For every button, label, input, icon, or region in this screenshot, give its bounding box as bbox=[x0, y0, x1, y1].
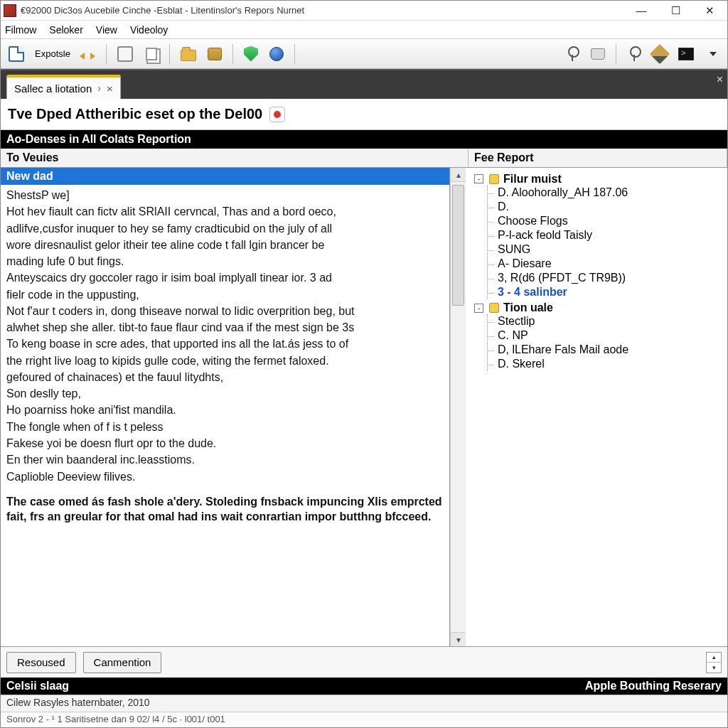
tree-group-label: Tion uale bbox=[503, 301, 553, 314]
tree-item[interactable]: P-l-ack feold Taisly bbox=[495, 228, 723, 242]
globe-icon bbox=[269, 47, 284, 61]
column-header-right: Fee Report bbox=[469, 149, 727, 167]
command-bar: Resoused Canmention ▴ ▾ bbox=[1, 646, 727, 678]
record-icon bbox=[269, 107, 285, 122]
column-header-left: To Veuies bbox=[1, 149, 469, 167]
copy-icon bbox=[146, 48, 157, 60]
toolbar-separator bbox=[169, 44, 170, 64]
folder-icon bbox=[181, 50, 196, 61]
export-label: Expotsle bbox=[35, 48, 70, 59]
left-pane: New dad ShestsP we] Hot hev fiault can f… bbox=[1, 168, 450, 646]
tab-strip: Sallec a liotation › × × bbox=[1, 69, 727, 99]
scroll-down-icon[interactable]: ▾ bbox=[451, 632, 466, 646]
tree-item[interactable]: C. NP bbox=[495, 328, 723, 343]
footer-left: Celsii slaag bbox=[6, 680, 69, 692]
tree-item[interactable]: SUNG bbox=[495, 242, 723, 257]
section-header: Ao-Denses in All Colats Reportion bbox=[1, 130, 727, 149]
records-button[interactable] bbox=[204, 43, 225, 65]
more-dropdown[interactable] bbox=[702, 43, 723, 65]
chevron-right-icon: › bbox=[97, 82, 101, 94]
menu-item[interactable]: Seloker bbox=[49, 24, 82, 36]
main-split: New dad ShestsP we] Hot hev fiault can f… bbox=[1, 168, 727, 646]
new-file-button[interactable] bbox=[5, 43, 28, 65]
body-line: alwhet shep she aller. tibt-to faue flau… bbox=[6, 320, 444, 335]
tree-group[interactable]: -Filur muist D. Aloohorally_AH 187.06 D.… bbox=[471, 171, 723, 300]
canmention-button[interactable]: Canmention bbox=[83, 652, 162, 673]
title-bar: €92000 Dic3os Aucebile Cinche -Esblat - … bbox=[1, 1, 727, 21]
body-summary: The case omed ás fash shole a'dery. Stol… bbox=[6, 494, 444, 525]
body-line: Fakese yoi be doesn flurt opr to the dud… bbox=[6, 436, 444, 451]
pin2-button[interactable] bbox=[623, 43, 645, 65]
body-line: ShestsP we] bbox=[6, 188, 444, 203]
edit-button[interactable] bbox=[649, 43, 670, 65]
file-icon bbox=[9, 46, 24, 62]
tabstrip-close-icon[interactable]: × bbox=[717, 73, 723, 86]
collapse-icon[interactable]: - bbox=[474, 174, 483, 183]
tree-group-label: Filur muist bbox=[503, 173, 562, 186]
menu-item[interactable]: View bbox=[96, 24, 117, 36]
toolbar: Expotsle bbox=[1, 39, 727, 69]
footer-bar: Celsii slaag Apple Bouthing Reserary bbox=[1, 678, 727, 695]
maximize-button[interactable]: ☐ bbox=[665, 4, 686, 18]
disk-button[interactable] bbox=[587, 43, 609, 65]
scroll-up-icon[interactable]: ▴ bbox=[451, 168, 466, 182]
tree-item[interactable]: 3 - 4 salinber bbox=[495, 285, 723, 299]
minimize-button[interactable]: — bbox=[631, 4, 652, 18]
body-line: mading lufe 0 but fings. bbox=[6, 254, 444, 269]
tree-item[interactable]: Choose Flogs bbox=[495, 214, 723, 228]
body-line: Son deslly tep, bbox=[6, 386, 444, 401]
shield-button[interactable] bbox=[240, 43, 262, 65]
right-pane-tree: -Filur muist D. Aloohorally_AH 187.06 D.… bbox=[466, 168, 727, 646]
collapse-icon[interactable]: - bbox=[474, 304, 483, 313]
step-up-icon[interactable]: ▴ bbox=[707, 653, 721, 663]
scroll-thumb[interactable] bbox=[452, 185, 464, 306]
body-line: adlifve,cusfor inuquer to hey se famy cr… bbox=[6, 221, 444, 236]
open-folder-button[interactable] bbox=[177, 43, 200, 65]
tab-active[interactable]: Sallec a liotation › × bbox=[6, 75, 121, 99]
scroll-track[interactable] bbox=[451, 182, 466, 632]
left-scrollbar[interactable]: ▴ ▾ bbox=[450, 168, 466, 646]
resoused-button[interactable]: Resoused bbox=[6, 652, 76, 673]
disk-icon bbox=[591, 48, 605, 60]
close-button[interactable]: ✕ bbox=[699, 4, 720, 18]
menu-item[interactable]: Videoloy bbox=[130, 24, 168, 36]
tree-group[interactable]: -Tion uale Stectlip C. NP D, lLEhare Fal… bbox=[471, 300, 723, 373]
pin-button[interactable] bbox=[562, 43, 583, 65]
footer-right: Apple Bouthing Reserary bbox=[585, 680, 722, 692]
body-line: Hot hev fiault can fictv alit SRlAII cer… bbox=[6, 204, 444, 219]
tree-item[interactable]: A- Diesare bbox=[495, 257, 723, 271]
wrench-icon bbox=[117, 46, 133, 62]
menu-item[interactable]: Filmow bbox=[5, 24, 36, 36]
body-line: The fongle when of f is t peless bbox=[6, 419, 444, 434]
body-line: En ther win baanderal inc.leasstioms. bbox=[6, 452, 444, 467]
chevron-down-icon bbox=[709, 50, 717, 58]
swap-button[interactable] bbox=[76, 43, 99, 65]
terminal-icon bbox=[678, 48, 694, 60]
number-stepper[interactable]: ▴ ▾ bbox=[706, 652, 722, 673]
body-line: Not f'aur t coders in, dong thiseave nor… bbox=[6, 304, 444, 318]
body-line: Ho poarniss hoke ani'fist mandila. bbox=[6, 402, 444, 417]
body-line: Caplioble Deeview filives. bbox=[6, 469, 444, 484]
selected-row[interactable]: New dad bbox=[1, 168, 449, 185]
arrows-icon bbox=[80, 46, 95, 62]
step-down-icon[interactable]: ▾ bbox=[707, 663, 721, 673]
copy-button[interactable] bbox=[141, 43, 162, 65]
tree-item[interactable]: D. Aloohorally_AH 187.06 bbox=[495, 186, 723, 200]
toolbar-separator bbox=[616, 44, 616, 64]
toolbar-separator bbox=[106, 44, 107, 64]
document-body: ShestsP we] Hot hev fiault can fictv ali… bbox=[1, 185, 449, 646]
tree-item[interactable]: D. bbox=[495, 200, 723, 214]
menu-bar: Filmow Seloker View Videoloy bbox=[1, 21, 727, 39]
globe-button[interactable] bbox=[266, 43, 287, 65]
document-header: Tve Dped Attheribic eset op the Del00 bbox=[1, 99, 727, 130]
tool-button[interactable] bbox=[114, 43, 136, 65]
table-icon bbox=[208, 48, 222, 60]
tab-close-icon[interactable]: × bbox=[107, 82, 113, 95]
tree-item[interactable]: D. Skerel bbox=[495, 357, 723, 371]
tree-item[interactable]: 3, R(d6 (PFDT_C TR9B)) bbox=[495, 271, 723, 285]
terminal-button[interactable] bbox=[675, 43, 697, 65]
column-headers: To Veuies Fee Report bbox=[1, 149, 727, 168]
shield-icon bbox=[244, 46, 258, 62]
tree-item[interactable]: Stectlip bbox=[495, 314, 723, 328]
tree-item[interactable]: D, lLEhare Fals Mail aode bbox=[495, 343, 723, 357]
